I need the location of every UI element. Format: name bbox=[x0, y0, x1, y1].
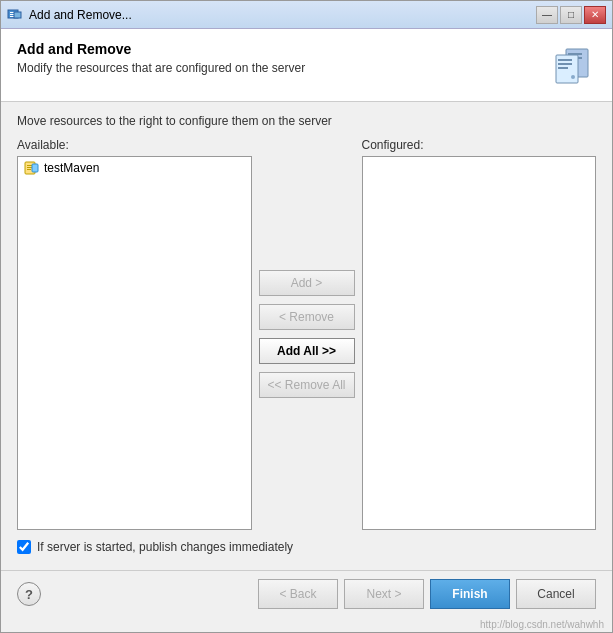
list-item[interactable]: testMaven bbox=[18, 157, 251, 179]
add-all-button[interactable]: Add All >> bbox=[259, 338, 355, 364]
publish-label[interactable]: If server is started, publish changes im… bbox=[37, 540, 293, 554]
svg-rect-18 bbox=[32, 164, 38, 172]
svg-rect-3 bbox=[10, 16, 14, 17]
window-icon bbox=[7, 7, 23, 23]
dialog-title: Add and Remove bbox=[17, 41, 538, 57]
configured-list[interactable] bbox=[362, 156, 597, 530]
configured-label: Configured: bbox=[362, 138, 597, 152]
title-bar: Add and Remove... — □ ✕ bbox=[1, 1, 612, 29]
svg-rect-17 bbox=[27, 169, 31, 170]
close-button[interactable]: ✕ bbox=[584, 6, 606, 24]
content-area: Move resources to the right to configure… bbox=[1, 102, 612, 570]
available-list[interactable]: testMaven bbox=[17, 156, 252, 530]
maximize-button[interactable]: □ bbox=[560, 6, 582, 24]
minimize-button[interactable]: — bbox=[536, 6, 558, 24]
help-button[interactable]: ? bbox=[17, 582, 41, 606]
watermark: http://blog.csdn.net/wahwhh bbox=[1, 617, 612, 632]
action-buttons: Add > < Remove Add All >> << Remove All bbox=[252, 138, 362, 530]
svg-rect-12 bbox=[558, 67, 568, 69]
footer-buttons: < Back Next > Finish Cancel bbox=[258, 579, 596, 609]
svg-rect-4 bbox=[14, 12, 21, 18]
back-button[interactable]: < Back bbox=[258, 579, 338, 609]
dialog-subtitle: Modify the resources that are configured… bbox=[17, 61, 538, 75]
svg-point-13 bbox=[571, 75, 575, 79]
svg-rect-10 bbox=[558, 59, 572, 61]
instruction-text: Move resources to the right to configure… bbox=[17, 114, 596, 128]
finish-button[interactable]: Finish bbox=[430, 579, 510, 609]
add-button[interactable]: Add > bbox=[259, 270, 355, 296]
header-section: Add and Remove Modify the resources that… bbox=[1, 29, 612, 102]
svg-rect-11 bbox=[558, 63, 572, 65]
next-button[interactable]: Next > bbox=[344, 579, 424, 609]
publish-checkbox[interactable] bbox=[17, 540, 31, 554]
footer-bar: ? < Back Next > Finish Cancel bbox=[1, 570, 612, 617]
project-icon bbox=[24, 160, 40, 176]
cancel-button[interactable]: Cancel bbox=[516, 579, 596, 609]
configured-column: Configured: bbox=[362, 138, 597, 530]
available-column: Available: testMaven bbox=[17, 138, 252, 530]
remove-button[interactable]: < Remove bbox=[259, 304, 355, 330]
remove-all-button[interactable]: << Remove All bbox=[259, 372, 355, 398]
main-window: Add and Remove... — □ ✕ Add and Remove M… bbox=[0, 0, 613, 633]
list-item-label: testMaven bbox=[44, 161, 99, 175]
columns-area: Available: testMaven bbox=[17, 138, 596, 530]
checkbox-row: If server is started, publish changes im… bbox=[17, 530, 596, 558]
server-icon bbox=[548, 41, 596, 89]
available-label: Available: bbox=[17, 138, 252, 152]
window-controls: — □ ✕ bbox=[536, 6, 606, 24]
window-title: Add and Remove... bbox=[29, 8, 536, 22]
header-text: Add and Remove Modify the resources that… bbox=[17, 41, 538, 75]
